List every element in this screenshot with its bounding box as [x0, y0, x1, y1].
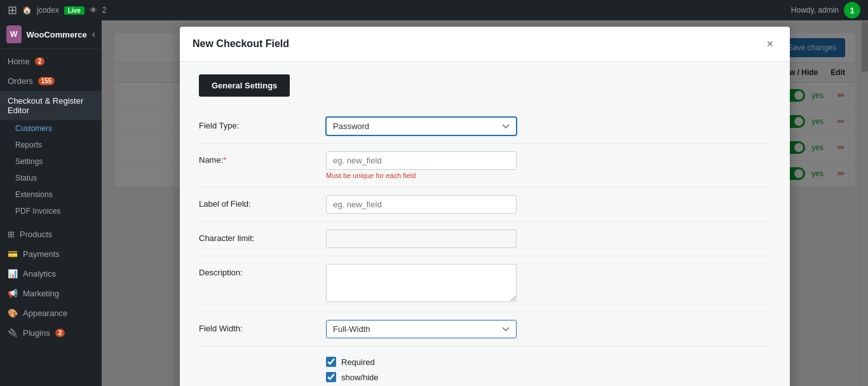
sidebar-item-products[interactable]: ⊞ Products [0, 224, 102, 244]
sidebar-item-label: PDF Invoices [15, 207, 60, 216]
sidebar-item-label: Status [15, 174, 37, 183]
appearance-icon: 🎨 [8, 308, 18, 318]
field-type-select[interactable]: Password Text Email Number Select Checkb… [326, 117, 517, 135]
new-checkout-field-modal: New Checkout Field × General Settings Fi… [180, 27, 790, 386]
label-of-field-control [326, 195, 771, 214]
checkboxes-row: Required show/hide [199, 347, 771, 386]
howdy-text: Howdy, admin [791, 6, 839, 15]
payments-icon: 💳 [8, 249, 18, 259]
sidebar-item-orders[interactable]: Orders 155 [0, 71, 102, 91]
character-limit-row: Character limit: [199, 222, 771, 256]
required-checkbox-row: Required [326, 354, 771, 369]
sidebar-item-label: Home [8, 57, 30, 66]
form-fields: Field Type: Password Text Email Number S… [199, 109, 771, 386]
sidebar-item-appearance[interactable]: 🎨 Appearance [0, 303, 102, 323]
plugins-badge: 2 [55, 329, 65, 337]
modal-header: New Checkout Field × [180, 27, 790, 62]
sidebar-item-status[interactable]: Status [0, 170, 102, 186]
sidebar-item-label: Orders [8, 76, 33, 86]
collapse-sidebar-button[interactable]: ‹ [92, 29, 95, 40]
sidebar-item-reports[interactable]: Reports [0, 137, 102, 153]
sidebar-item-home[interactable]: Home 2 [0, 52, 102, 71]
checkboxes-spacer [199, 354, 326, 358]
sidebar-item-label: Payments [23, 249, 60, 259]
character-limit-control [326, 230, 771, 248]
checkboxes-control: Required show/hide [326, 354, 771, 385]
name-control: Must be unique for each field [326, 151, 771, 179]
plugins-icon: 🔌 [8, 328, 18, 338]
sidebar-navigation: Home 2 Orders 155 Checkout & Register Ed… [0, 49, 102, 386]
sidebar-item-label: Customers [15, 124, 52, 133]
home-badge: 2 [35, 57, 45, 65]
name-hint: Must be unique for each field [326, 172, 771, 179]
marketing-icon: 📢 [8, 289, 18, 298]
required-checkbox[interactable] [326, 357, 336, 367]
view-site-icon[interactable]: 👁 [90, 6, 97, 15]
sidebar-item-checkout-editor[interactable]: Checkout & Register Editor [0, 91, 102, 120]
field-width-control: Full-Width Half-Width [326, 320, 771, 338]
wp-logo-icon: ⊞ [8, 3, 17, 17]
field-width-select[interactable]: Full-Width Half-Width [326, 320, 517, 338]
sidebar-item-plugins[interactable]: 🔌 Plugins 2 [0, 323, 102, 343]
show-hide-checkbox[interactable] [326, 372, 336, 382]
field-type-label: Field Type: [199, 117, 326, 130]
name-row: Name:* Must be unique for each field [199, 144, 771, 188]
sidebar-item-analytics[interactable]: 📊 Analytics [0, 264, 102, 284]
notification-count[interactable]: 2 [102, 6, 107, 15]
description-textarea[interactable] [326, 264, 517, 302]
site-name[interactable]: jcodex [37, 6, 59, 15]
name-input[interactable] [326, 151, 517, 170]
label-of-field-input[interactable] [326, 195, 517, 214]
sidebar: W WooCommerce ‹ Home 2 Orders 155 Checko… [0, 20, 102, 386]
modal-overlay: New Checkout Field × General Settings Fi… [102, 20, 868, 386]
required-checkbox-label: Required [341, 357, 375, 367]
description-label: Description: [199, 264, 326, 277]
field-type-row: Field Type: Password Text Email Number S… [199, 109, 771, 144]
main-content: Save changes Show / Hide Edit yes ✏ yes … [102, 20, 868, 386]
sidebar-item-label: Products [20, 230, 52, 239]
sidebar-item-label: Plugins [23, 328, 50, 338]
sidebar-item-label: Checkout & Register Editor [8, 96, 94, 115]
sidebar-item-customers[interactable]: Customers [0, 120, 102, 137]
modal-body: General Settings Field Type: Password Te… [180, 62, 790, 386]
sidebar-item-marketing[interactable]: 📢 Marketing [0, 284, 102, 303]
sidebar-item-label: Marketing [23, 289, 59, 298]
modal-title: New Checkout Field [193, 38, 289, 50]
required-asterisk: * [223, 155, 226, 165]
sidebar-item-label: Settings [15, 157, 43, 166]
character-limit-input[interactable] [326, 230, 517, 248]
live-badge: Live [64, 6, 85, 15]
name-label: Name:* [199, 151, 326, 165]
field-width-label: Field Width: [199, 320, 326, 333]
sidebar-item-extensions[interactable]: Extensions [0, 186, 102, 203]
sidebar-item-label: Analytics [23, 269, 56, 279]
sidebar-item-payments[interactable]: 💳 Payments [0, 244, 102, 264]
topbar: ⊞ 🏠 jcodex Live 👁 2 Howdy, admin 1 [0, 0, 868, 20]
analytics-icon: 📊 [8, 269, 18, 279]
sidebar-item-label: Extensions [15, 190, 53, 199]
description-control [326, 264, 771, 304]
general-settings-tab[interactable]: General Settings [199, 74, 290, 97]
modal-close-button[interactable]: × [763, 37, 777, 51]
field-width-row: Field Width: Full-Width Half-Width [199, 312, 771, 347]
brand-name: WooCommerce [27, 30, 87, 39]
character-limit-label: Character limit: [199, 230, 326, 243]
show-hide-checkbox-label: show/hide [341, 373, 379, 382]
sidebar-item-pdf-invoices[interactable]: PDF Invoices [0, 203, 102, 219]
sidebar-item-label: Appearance [23, 308, 67, 318]
sidebar-header: W WooCommerce ‹ [0, 20, 102, 49]
products-icon: ⊞ [8, 230, 15, 239]
woocommerce-logo-icon: W [6, 25, 22, 43]
field-type-control: Password Text Email Number Select Checkb… [326, 117, 771, 135]
orders-badge: 155 [38, 77, 55, 85]
site-icon: 🏠 [22, 6, 32, 15]
sidebar-item-label: Reports [15, 141, 42, 149]
show-hide-checkbox-row: show/hide [326, 369, 771, 385]
sidebar-item-settings[interactable]: Settings [0, 153, 102, 170]
label-of-field-label: Label of Field: [199, 195, 326, 209]
avatar[interactable]: 1 [844, 2, 860, 18]
description-row: Description: [199, 256, 771, 312]
label-of-field-row: Label of Field: [199, 188, 771, 222]
